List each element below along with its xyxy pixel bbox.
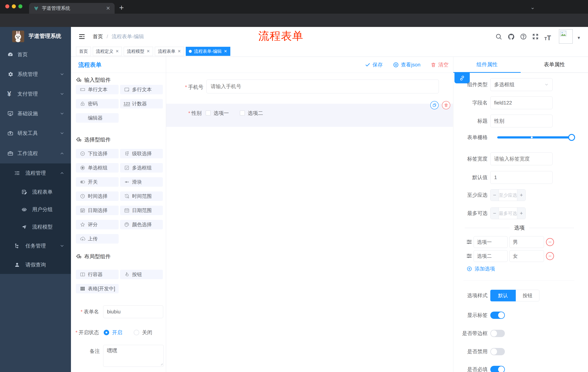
remove-option-button[interactable]: − bbox=[546, 252, 554, 260]
with-border-toggle[interactable] bbox=[490, 330, 505, 337]
max-select-placeholder[interactable]: 最多可选 bbox=[499, 208, 517, 219]
traffic-zoom-button[interactable] bbox=[18, 4, 22, 8]
close-icon[interactable]: ✕ bbox=[224, 49, 227, 54]
palette-item-multi-text[interactable]: 多行文本 bbox=[120, 85, 163, 94]
minus-button[interactable]: − bbox=[491, 208, 499, 219]
sidebar-item-payment[interactable]: ¥ 支付管理 bbox=[0, 85, 71, 103]
gender-option-2[interactable]: 选项二 bbox=[240, 110, 263, 117]
phone-field-input[interactable] bbox=[207, 80, 439, 93]
caret-down-icon[interactable]: ▾ bbox=[578, 35, 580, 41]
sidebar-item-leave-query[interactable]: 请假查询 bbox=[0, 256, 71, 274]
palette-item-color-picker[interactable]: 颜色选择 bbox=[120, 220, 163, 229]
resize-handle[interactable] bbox=[160, 362, 163, 366]
view-json-button[interactable]: 查看json bbox=[393, 61, 420, 68]
field-name-input[interactable] bbox=[490, 96, 553, 109]
sidebar-item-process-form[interactable]: 流程表单 bbox=[0, 183, 71, 201]
clear-button[interactable]: 清空 bbox=[431, 61, 449, 68]
tab-form-props[interactable]: 表单属性 bbox=[521, 57, 588, 73]
style-button-button[interactable]: 按钮 bbox=[516, 290, 539, 301]
sidebar-item-infra[interactable]: 基础设施 bbox=[0, 105, 71, 123]
palette-item-checkbox-group[interactable]: 多选框组 bbox=[120, 163, 163, 172]
sidebar-item-devtools[interactable]: 研发工具 bbox=[0, 124, 71, 142]
sidebar-item-workflow[interactable]: 工作流程 bbox=[0, 144, 71, 162]
close-icon[interactable]: ✕ bbox=[178, 49, 181, 54]
option-label-input[interactable] bbox=[473, 236, 508, 248]
remove-option-button[interactable]: − bbox=[546, 238, 554, 246]
gender-option-1[interactable]: 选项一 bbox=[206, 110, 229, 117]
search-icon[interactable] bbox=[495, 33, 502, 40]
drag-handle-icon[interactable] bbox=[466, 239, 472, 245]
disabled-toggle[interactable] bbox=[490, 348, 505, 355]
delete-widget-button[interactable] bbox=[442, 101, 450, 109]
close-icon[interactable]: ✕ bbox=[116, 49, 119, 54]
palette-item-button[interactable]: 按钮 bbox=[120, 270, 163, 279]
status-on-label[interactable]: 开启 bbox=[112, 326, 122, 339]
fullscreen-icon[interactable] bbox=[532, 33, 539, 40]
status-off-radio[interactable] bbox=[134, 330, 139, 335]
palette-item-upload[interactable]: 上传 bbox=[76, 234, 119, 244]
traffic-minimize-button[interactable] bbox=[12, 4, 16, 8]
checkbox-icon[interactable] bbox=[206, 110, 211, 116]
traffic-close-button[interactable] bbox=[5, 4, 9, 8]
sidebar-item-process-model[interactable]: 流程模型 bbox=[0, 218, 71, 236]
component-type-select[interactable]: 多选框组 bbox=[490, 78, 553, 91]
plus-button[interactable]: + bbox=[517, 190, 525, 201]
save-button[interactable]: 保存 bbox=[365, 61, 383, 68]
title-input[interactable] bbox=[490, 115, 553, 128]
tab-close-icon[interactable]: ✕ bbox=[106, 5, 110, 11]
style-default-button[interactable]: 默认 bbox=[490, 290, 516, 301]
status-off-label[interactable]: 关闭 bbox=[142, 326, 152, 339]
plus-button[interactable]: + bbox=[517, 208, 525, 219]
new-tab-button[interactable]: + bbox=[119, 4, 124, 12]
breadcrumb-home[interactable]: 首页 bbox=[93, 27, 103, 46]
form-grid-slider[interactable] bbox=[497, 136, 572, 138]
tab-search-icon[interactable]: ⌄ bbox=[530, 4, 535, 10]
label-width-input[interactable] bbox=[490, 152, 553, 165]
palette-item-single-text[interactable]: 单行文本 bbox=[76, 85, 119, 94]
user-avatar[interactable] bbox=[559, 29, 573, 44]
sidebar-item-task-mgmt[interactable]: 任务管理 bbox=[0, 237, 71, 255]
show-label-toggle[interactable] bbox=[490, 312, 505, 319]
palette-item-date-picker[interactable]: 日期选择 bbox=[76, 206, 119, 215]
palette-item-password[interactable]: 密码 bbox=[76, 99, 119, 108]
add-option-button[interactable]: 添加选项 bbox=[467, 264, 495, 273]
palette-item-select[interactable]: 下拉选择 bbox=[76, 149, 119, 158]
default-value-input[interactable] bbox=[490, 171, 553, 184]
palette-item-slider[interactable]: 滑块 bbox=[120, 177, 163, 187]
tag-process-model[interactable]: 流程模型✕ bbox=[124, 47, 153, 56]
close-icon[interactable]: ✕ bbox=[147, 49, 150, 54]
palette-item-switch[interactable]: 开关 bbox=[76, 177, 119, 187]
drag-handle-icon[interactable] bbox=[466, 253, 472, 259]
palette-item-counter[interactable]: 123计数器 bbox=[120, 99, 163, 108]
palette-item-radio-group[interactable]: 单选框组 bbox=[76, 163, 119, 172]
github-icon[interactable] bbox=[508, 33, 515, 40]
minus-button[interactable]: − bbox=[491, 190, 499, 201]
browser-tab[interactable]: 芋道管理系统 ✕ bbox=[29, 3, 115, 14]
palette-item-rate[interactable]: 评分 bbox=[76, 220, 119, 229]
palette-item-date-range[interactable]: 日期范围 bbox=[120, 206, 163, 215]
sidebar-item-process-mgmt[interactable]: 流程管理 bbox=[0, 164, 71, 182]
option-value-input[interactable] bbox=[509, 236, 544, 248]
required-toggle[interactable] bbox=[490, 366, 505, 372]
font-size-icon[interactable]: TT bbox=[544, 34, 551, 42]
help-icon[interactable] bbox=[520, 33, 527, 40]
sidebar-item-home[interactable]: 首页 bbox=[0, 45, 71, 64]
tag-process-form[interactable]: 流程表单✕ bbox=[155, 47, 184, 56]
status-on-radio[interactable] bbox=[104, 330, 109, 335]
palette-item-time-picker[interactable]: 时间选择 bbox=[76, 191, 119, 201]
palette-item-table[interactable]: 表格[开发中] bbox=[76, 284, 119, 293]
sidebar-item-system[interactable]: 系统管理 bbox=[0, 65, 71, 83]
palette-item-editor[interactable]: 编辑器 bbox=[76, 113, 119, 123]
sidebar-item-user-group[interactable]: 用户分组 bbox=[0, 200, 71, 219]
option-label-input[interactable] bbox=[473, 250, 508, 262]
tag-home[interactable]: 首页 bbox=[76, 47, 91, 56]
option-value-input[interactable] bbox=[509, 250, 544, 262]
copy-widget-button[interactable] bbox=[430, 101, 439, 109]
sidebar-logo[interactable]: 芋道管理系统 bbox=[0, 27, 71, 45]
checkbox-icon[interactable] bbox=[240, 110, 245, 116]
tab-component-props[interactable]: 组件属性 bbox=[453, 57, 521, 73]
slider-handle[interactable] bbox=[568, 134, 575, 141]
min-select-placeholder[interactable]: 至少应选 bbox=[499, 190, 517, 201]
hamburger-icon[interactable] bbox=[78, 33, 85, 40]
tag-process-definition[interactable]: 流程定义✕ bbox=[93, 47, 122, 56]
